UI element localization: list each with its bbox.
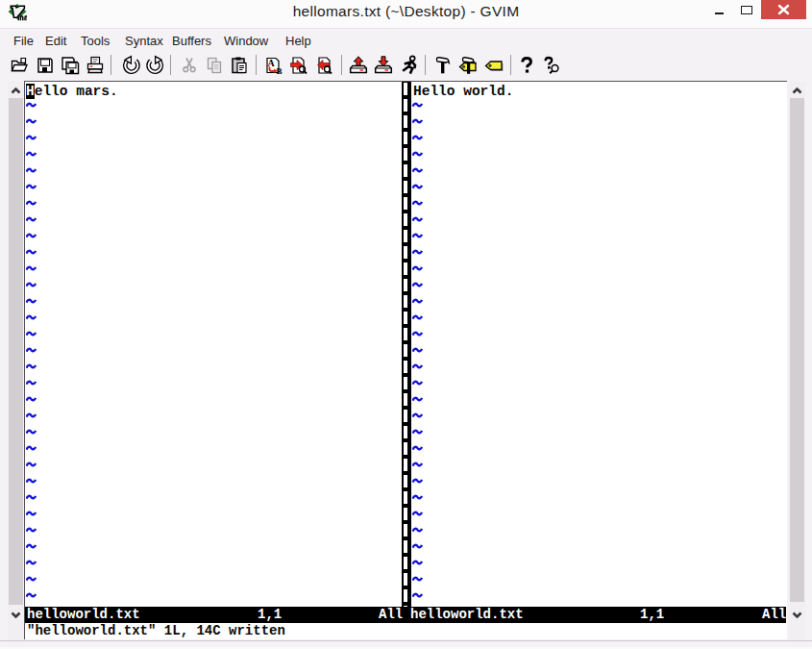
svg-text:B: B <box>277 66 283 76</box>
svg-text:A: A <box>268 58 276 68</box>
